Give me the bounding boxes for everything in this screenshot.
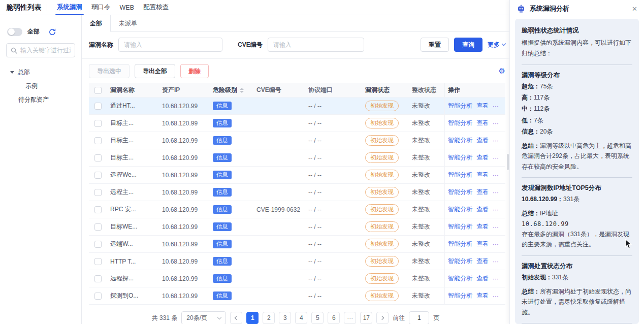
nav-tab-配置核查[interactable]: 配置核查	[139, 0, 173, 15]
cve-input[interactable]	[268, 38, 364, 52]
smart-analysis-link[interactable]: 智能分析	[448, 222, 472, 231]
page-button-1[interactable]: 1	[246, 312, 259, 324]
view-link[interactable]: 查看	[476, 222, 489, 231]
view-link[interactable]: 查看	[476, 188, 489, 197]
prev-page-button[interactable]	[230, 312, 242, 324]
export-all-button[interactable]: 导出全部	[135, 64, 175, 78]
row-checkbox[interactable]	[94, 241, 102, 248]
more-actions-icon[interactable]: ···	[493, 137, 499, 144]
view-link[interactable]: 查看	[476, 136, 489, 145]
delete-button[interactable]: 删除	[180, 64, 209, 78]
table-row[interactable]: 目标WE...10.68.120.99信息-- / --初始发现未整改智能分析查…	[89, 218, 505, 236]
nav-tab-系统漏洞[interactable]: 系统漏洞	[52, 0, 87, 15]
tab-全部[interactable]: 全部	[82, 15, 111, 32]
row-checkbox[interactable]	[94, 223, 102, 231]
smart-analysis-link[interactable]: 智能分析	[448, 205, 472, 214]
table-row[interactable]: 目标主...10.68.120.99信息-- / --初始发现未整改智能分析查看…	[89, 149, 505, 167]
row-checkbox[interactable]	[94, 275, 102, 282]
sidebar-search-input[interactable]	[20, 47, 71, 54]
page-button-17[interactable]: 17	[360, 312, 372, 324]
table-row[interactable]: 远程We...10.68.120.99信息-- / --初始发现未整改智能分析查…	[89, 167, 505, 184]
smart-analysis-link[interactable]: 智能分析	[448, 136, 472, 145]
vuln-status-cell: 初始发现	[362, 287, 409, 304]
table-row[interactable]: 远程探...10.68.120.99信息-- / --初始发现未整改智能分析查看…	[89, 270, 505, 287]
tab-未派单[interactable]: 未派单	[111, 15, 145, 31]
table-row[interactable]: HTTP T...10.68.120.99信息-- / --初始发现未整改智能分…	[89, 253, 505, 270]
row-checkbox[interactable]	[94, 120, 102, 127]
page-button-6[interactable]: 6	[328, 312, 340, 324]
select-all-checkbox[interactable]	[94, 87, 102, 94]
view-link[interactable]: 查看	[476, 119, 489, 127]
row-checkbox[interactable]	[94, 206, 102, 213]
export-selected-button[interactable]: 导出选中	[89, 64, 130, 78]
table-row[interactable]: 远程主...10.68.120.99信息-- / --初始发现未整改智能分析查看…	[89, 184, 505, 201]
view-link[interactable]: 查看	[476, 102, 489, 110]
page-button-2[interactable]: 2	[263, 312, 275, 324]
table-row[interactable]: 目标主...10.68.120.99信息-- / --初始发现未整改智能分析查看…	[89, 115, 505, 132]
smart-analysis-link[interactable]: 智能分析	[448, 291, 472, 300]
page-button-3[interactable]: 3	[279, 312, 291, 324]
view-link[interactable]: 查看	[476, 257, 489, 266]
more-filters-link[interactable]: 更多	[488, 41, 505, 49]
smart-analysis-link[interactable]: 智能分析	[448, 102, 472, 110]
more-actions-icon[interactable]: ···	[493, 120, 499, 127]
query-button[interactable]: 查询	[454, 38, 482, 52]
smart-analysis-link[interactable]: 智能分析	[448, 153, 472, 162]
smart-analysis-link[interactable]: 智能分析	[448, 171, 472, 179]
smart-analysis-link[interactable]: 智能分析	[448, 240, 472, 248]
more-actions-icon[interactable]: ···	[493, 223, 499, 231]
more-actions-icon[interactable]: ···	[493, 206, 499, 213]
table-row[interactable]: RPC 安...10.68.120.99信息CVE-1999-0632-- / …	[89, 201, 505, 218]
view-link[interactable]: 查看	[476, 171, 489, 179]
smart-analysis-link[interactable]: 智能分析	[448, 274, 472, 283]
vuln-name-input[interactable]	[118, 38, 222, 52]
view-link[interactable]: 查看	[476, 291, 489, 300]
severity-cell: 信息	[210, 115, 253, 132]
page-ellipsis[interactable]: ···	[344, 312, 356, 324]
page-button-5[interactable]: 5	[311, 312, 324, 324]
severity-cell: 信息	[210, 201, 253, 218]
goto-page-input[interactable]	[409, 311, 429, 324]
refresh-icon[interactable]	[49, 28, 56, 36]
smart-analysis-link[interactable]: 智能分析	[448, 119, 472, 127]
nav-tab-弱口令[interactable]: 弱口令	[87, 0, 115, 15]
sort-icon[interactable]	[240, 88, 244, 93]
row-checkbox[interactable]	[94, 137, 102, 144]
page-size-select[interactable]: 20条/页	[181, 311, 226, 324]
tree-item-示例[interactable]: 示例	[6, 79, 75, 93]
smart-analysis-link[interactable]: 智能分析	[448, 188, 472, 197]
more-actions-icon[interactable]: ···	[493, 293, 499, 300]
all-toggle[interactable]	[7, 28, 22, 36]
more-actions-icon[interactable]: ···	[493, 103, 499, 110]
smart-analysis-link[interactable]: 智能分析	[448, 257, 472, 266]
nav-tab-WEB[interactable]: WEB	[115, 0, 139, 15]
scrollbar-thumb[interactable]	[507, 154, 509, 170]
page-button-4[interactable]: 4	[295, 312, 307, 324]
row-checkbox[interactable]	[94, 293, 102, 300]
reset-button[interactable]: 重置	[421, 38, 449, 52]
more-actions-icon[interactable]: ···	[493, 172, 499, 179]
row-checkbox[interactable]	[94, 154, 102, 161]
gear-icon[interactable]: ⚙	[499, 68, 505, 75]
view-link[interactable]: 查看	[476, 274, 489, 283]
more-actions-icon[interactable]: ···	[493, 275, 499, 282]
table-row[interactable]: 远端W...10.68.120.99信息-- / --初始发现未整改智能分析查看…	[89, 236, 505, 253]
view-link[interactable]: 查看	[476, 205, 489, 214]
more-actions-icon[interactable]: ···	[493, 241, 499, 248]
table-row[interactable]: 目标主...10.68.120.99信息-- / --初始发现未整改智能分析查看…	[89, 132, 505, 149]
view-link[interactable]: 查看	[476, 240, 489, 248]
close-icon[interactable]: ✕	[632, 5, 637, 13]
more-actions-icon[interactable]: ···	[493, 189, 499, 196]
row-checkbox[interactable]	[94, 172, 102, 179]
more-actions-icon[interactable]: ···	[493, 154, 499, 161]
view-link[interactable]: 查看	[476, 153, 489, 162]
next-page-button[interactable]	[376, 312, 389, 324]
tree-item-待分配资产[interactable]: 待分配资产	[6, 93, 75, 107]
tree-item-总部[interactable]: 总部	[6, 66, 75, 79]
row-checkbox[interactable]	[94, 103, 102, 110]
row-checkbox[interactable]	[94, 258, 102, 265]
table-row[interactable]: 探测到O...10.68.120.99信息-- / --初始发现未整改智能分析查…	[89, 287, 505, 305]
row-checkbox[interactable]	[94, 189, 102, 196]
more-actions-icon[interactable]: ···	[493, 258, 499, 265]
table-row[interactable]: 通过HT...10.68.120.99信息-- / --初始发现未整改智能分析查…	[89, 98, 505, 115]
